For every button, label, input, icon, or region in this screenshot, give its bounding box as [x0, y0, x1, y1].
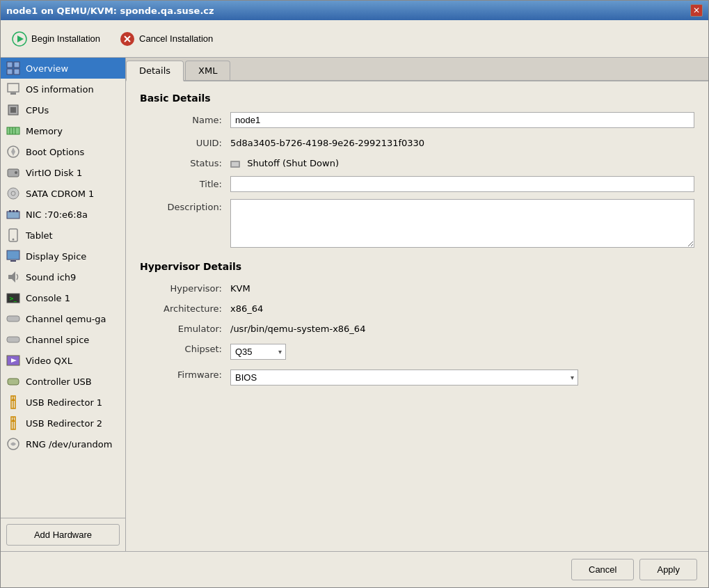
sidebar-item-usb-redirector1[interactable]: USB Redirector 1 [1, 392, 125, 413]
svg-rect-12 [7, 127, 19, 134]
status-icon [230, 159, 241, 169]
sidebar-item-label: Overview [26, 63, 68, 74]
title-bar: node1 on QEMU/KVM: sponde.qa.suse.cz ✕ [1, 1, 708, 20]
emulator-row: Emulator: /usr/bin/qemu-system-x86_64 [140, 321, 694, 334]
channel-qemu-ga-icon [6, 312, 20, 326]
sidebar-item-video-qxl[interactable]: Video QXL [1, 350, 125, 371]
sidebar-bottom: Add Hardware [1, 518, 125, 551]
close-button[interactable]: ✕ [690, 4, 703, 17]
svg-rect-5 [14, 62, 19, 67]
tab-details[interactable]: Details [126, 61, 184, 81]
sidebar-item-label: Video QXL [26, 356, 72, 366]
description-input[interactable] [230, 199, 694, 248]
begin-icon [12, 31, 27, 47]
name-input[interactable] [230, 112, 694, 128]
window-title: node1 on QEMU/KVM: sponde.qa.suse.cz [6, 6, 214, 16]
sidebar-item-memory[interactable]: Memory [1, 120, 125, 141]
svg-rect-4 [7, 62, 13, 67]
svg-point-26 [13, 239, 15, 241]
status-value: Shutoff (Shut Down) [230, 155, 694, 169]
status-label: Status: [140, 155, 230, 168]
sidebar-item-label: CPUs [26, 105, 49, 116]
svg-marker-29 [8, 271, 15, 283]
main-content: Overview OS information CPUs Memory [1, 58, 708, 551]
svg-rect-27 [7, 251, 19, 260]
description-label: Description: [140, 199, 230, 212]
sidebar-item-label: USB Redirector 1 [26, 397, 102, 408]
cancel-button[interactable]: Cancel [571, 559, 634, 580]
sidebar-item-label: RNG /dev/urandom [26, 439, 112, 450]
tab-xml[interactable]: XML [185, 61, 230, 80]
sidebar-item-channel-qemu-ga[interactable]: Channel qemu-ga [1, 308, 125, 329]
sidebar-item-os-info[interactable]: OS information [1, 79, 125, 100]
cancel-installation-button[interactable]: Cancel Installation [114, 29, 218, 49]
display-icon [6, 249, 20, 263]
architecture-row: Architecture: x86_64 [140, 301, 694, 314]
firmware-label: Firmware: [140, 367, 230, 380]
overview-icon [6, 61, 20, 75]
sidebar-item-console1[interactable]: >_ Console 1 [1, 287, 125, 308]
svg-rect-11 [10, 107, 16, 113]
sidebar-item-label: VirtIO Disk 1 [26, 168, 82, 178]
sidebar-item-label: Memory [26, 126, 63, 136]
svg-rect-23 [13, 210, 15, 212]
description-row: Description: [140, 199, 694, 250]
sidebar-item-cpus[interactable]: CPUs [1, 100, 125, 120]
svg-rect-9 [10, 93, 16, 95]
cancel-icon [120, 31, 135, 47]
os-icon [6, 82, 20, 96]
svg-rect-36 [8, 379, 19, 385]
title-label: Title: [140, 176, 230, 189]
emulator-label: Emulator: [140, 321, 230, 334]
firmware-row: Firmware: BIOS UEFI ▾ [140, 367, 694, 386]
begin-label: Begin Installation [31, 33, 100, 44]
svg-point-19 [8, 188, 19, 199]
firmware-value: BIOS UEFI ▾ [230, 367, 694, 386]
sidebar-item-label: Boot Options [26, 147, 84, 157]
sidebar-item-usb-redirector2[interactable]: USB Redirector 2 [1, 413, 125, 434]
chipset-label: Chipset: [140, 341, 230, 354]
sidebar-item-overview[interactable]: Overview [1, 58, 125, 79]
sound-icon [6, 270, 20, 284]
sidebar-item-virtio-disk1[interactable]: VirtIO Disk 1 [1, 162, 125, 183]
firmware-select[interactable]: BIOS UEFI [230, 370, 578, 386]
architecture-label: Architecture: [140, 301, 230, 314]
title-input[interactable] [230, 176, 694, 192]
sidebar-item-sound-ich9[interactable]: Sound ich9 [1, 267, 125, 287]
sidebar-item-nic[interactable]: NIC :70:e6:8a [1, 204, 125, 225]
sidebar-item-channel-spice[interactable]: Channel spice [1, 329, 125, 350]
sidebar-item-label: NIC :70:e6:8a [26, 209, 88, 220]
architecture-value: x86_64 [230, 301, 694, 314]
sidebar-item-sata-cdrom1[interactable]: SATA CDROM 1 [1, 183, 125, 204]
hypervisor-value: KVM [230, 280, 694, 294]
cpu-icon [6, 103, 20, 117]
sidebar-item-label: Console 1 [26, 293, 70, 303]
sidebar-item-label: Controller USB [26, 376, 92, 387]
sidebar-item-controller-usb[interactable]: Controller USB [1, 371, 125, 392]
sidebar-item-label: Tablet [26, 230, 53, 241]
firmware-select-wrapper: BIOS UEFI ▾ [230, 370, 578, 386]
tablet-icon [6, 228, 20, 242]
begin-installation-button[interactable]: Begin Installation [6, 29, 106, 49]
add-hardware-button[interactable]: Add Hardware [6, 524, 120, 546]
svg-rect-32 [7, 316, 19, 321]
nic-icon [6, 207, 20, 221]
channel-spice-icon [6, 333, 20, 347]
name-row: Name: [140, 112, 694, 128]
apply-button[interactable]: Apply [639, 559, 697, 580]
status-row: Status: Shutoff (Shut Down) [140, 155, 694, 169]
uuid-label: UUID: [140, 135, 230, 148]
chipset-select[interactable]: Q35 i440FX [230, 344, 286, 360]
main-window: node1 on QEMU/KVM: sponde.qa.suse.cz ✕ B… [0, 0, 709, 588]
hypervisor-label: Hypervisor: [140, 280, 230, 294]
hypervisor-row: Hypervisor: KVM [140, 280, 694, 294]
sidebar-item-rng[interactable]: RNG /dev/urandom [1, 434, 125, 454]
sidebar-item-label: Display Spice [26, 251, 86, 262]
sidebar-item-label: Channel spice [26, 335, 89, 345]
sidebar-item-tablet[interactable]: Tablet [1, 225, 125, 246]
chipset-row: Chipset: Q35 i440FX ▾ [140, 341, 694, 360]
sidebar-item-display-spice[interactable]: Display Spice [1, 246, 125, 267]
sidebar-item-boot-options[interactable]: Boot Options [1, 141, 125, 162]
uuid-row: UUID: 5d8a3405-b726-4198-9e26-2992131f03… [140, 135, 694, 148]
hypervisor-details-title: Hypervisor Details [140, 261, 694, 272]
